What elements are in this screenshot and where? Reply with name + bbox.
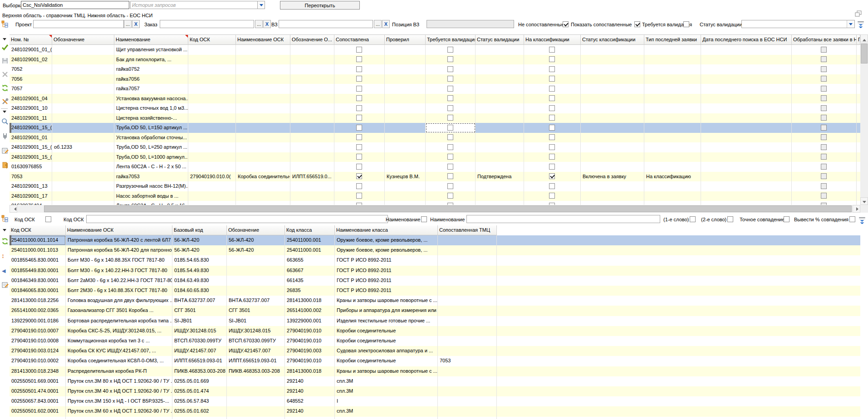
- cell[interactable]: [227, 376, 285, 386]
- table-row[interactable]: 2481029001_15_(об.1233Труба,OD 50, L=250…: [10, 142, 860, 152]
- cell[interactable]: I: [335, 417, 438, 419]
- cell[interactable]: [334, 84, 385, 94]
- column-header[interactable]: Базовый код: [172, 225, 227, 235]
- cell-checkbox[interactable]: [821, 164, 827, 170]
- cell-checkbox[interactable]: [447, 183, 453, 189]
- cell[interactable]: [524, 142, 581, 152]
- cell[interactable]: 648552: [285, 396, 335, 406]
- cell[interactable]: [857, 123, 860, 133]
- cell[interactable]: [524, 133, 581, 143]
- cell-checkbox[interactable]: [549, 183, 555, 189]
- column-header[interactable]: Проверил: [385, 35, 426, 45]
- cell[interactable]: [581, 94, 644, 104]
- cell[interactable]: [476, 142, 524, 152]
- cell-checkbox[interactable]: [549, 95, 555, 101]
- cell[interactable]: [334, 113, 385, 123]
- table-row[interactable]: 2481029001_15_(Труба,OD 50, L=150 артику…: [10, 123, 860, 133]
- cell[interactable]: 648552: [285, 417, 335, 419]
- cell[interactable]: [581, 55, 644, 65]
- cell[interactable]: [644, 103, 701, 113]
- cell[interactable]: [476, 84, 524, 94]
- not-matched-checkbox[interactable]: [563, 21, 569, 27]
- cell[interactable]: [334, 162, 385, 172]
- cell[interactable]: [52, 84, 114, 94]
- cell[interactable]: 0255.06.57.857: [172, 417, 227, 419]
- cell[interactable]: [385, 123, 426, 133]
- cell[interactable]: [701, 123, 792, 133]
- cell[interactable]: [524, 94, 581, 104]
- upper-vertical-scrollbar[interactable]: [860, 34, 868, 205]
- cell[interactable]: спл.3М: [335, 386, 438, 396]
- table-row[interactable]: 254011000.001.1013Патронная коробка 56-Ж…: [10, 245, 860, 255]
- cell[interactable]: 279040190.010.0(: [188, 172, 236, 182]
- edit-pencil-icon[interactable]: [1, 147, 9, 154]
- cell[interactable]: [524, 181, 581, 191]
- cell[interactable]: 265141000.002: [285, 306, 335, 316]
- cell[interactable]: [524, 103, 581, 113]
- cell[interactable]: Кузнецов В.М.: [385, 172, 426, 182]
- cell[interactable]: [426, 84, 476, 94]
- cell[interactable]: [701, 181, 792, 191]
- cell[interactable]: [188, 123, 236, 133]
- column-header[interactable]: Код ОСК: [188, 35, 236, 45]
- cell-checkbox[interactable]: [549, 66, 555, 72]
- kod-osk-checkbox[interactable]: [45, 216, 51, 222]
- cell[interactable]: [792, 94, 857, 104]
- cell[interactable]: [290, 55, 334, 65]
- cell-checkbox[interactable]: [447, 144, 453, 150]
- cell[interactable]: Щит управления установкой ...: [114, 45, 188, 55]
- cell[interactable]: [581, 74, 644, 84]
- cell[interactable]: 2481029001_01: [10, 133, 52, 143]
- history-dropdown-button[interactable]: [257, 1, 265, 9]
- cell-checkbox[interactable]: [821, 86, 827, 92]
- scrollbar-thumb[interactable]: [44, 205, 852, 212]
- cell[interactable]: [334, 133, 385, 143]
- cell[interactable]: [52, 152, 114, 162]
- cell[interactable]: Болт 2аМ30 - 6g х 140.22.НН-3 ГОСТ 7817-…: [66, 276, 172, 286]
- cell[interactable]: [227, 286, 285, 296]
- cell[interactable]: [792, 103, 857, 113]
- cell[interactable]: [438, 306, 497, 316]
- cell[interactable]: Патронная коробка 56-ЖЛ-420 с лентой 6Л7: [66, 235, 172, 245]
- cell[interactable]: 0255.05.01.669: [172, 376, 227, 386]
- cell[interactable]: Установка вакуумная насосна...: [114, 94, 188, 104]
- table-row[interactable]: 2481029001_13Разгрузочный насос ВН-12(М)…: [10, 181, 860, 191]
- cell[interactable]: [857, 142, 860, 152]
- cell[interactable]: [438, 266, 497, 276]
- cell[interactable]: [581, 84, 644, 94]
- cell[interactable]: [524, 64, 581, 74]
- column-header[interactable]: Обработаны все заявки в НСИ: [792, 35, 857, 45]
- cell[interactable]: Коробка соединительн...: [236, 172, 290, 182]
- cell[interactable]: [334, 123, 385, 133]
- cell[interactable]: [426, 191, 476, 201]
- cell[interactable]: [426, 181, 476, 191]
- cell[interactable]: Коробки соединительные: [335, 336, 438, 346]
- search-magnifier-icon[interactable]: [1, 118, 9, 125]
- cell[interactable]: [334, 142, 385, 152]
- cell[interactable]: ИШДУ.421457.007: [227, 346, 285, 356]
- cell[interactable]: [792, 113, 857, 123]
- cell[interactable]: [476, 94, 524, 104]
- table-row[interactable]: 281413000.018.2256Головка воздушная для …: [10, 296, 860, 306]
- table-row[interactable]: 139229000.001.0186Бортовая распределител…: [10, 316, 860, 326]
- cell[interactable]: 2481029001_01_(: [10, 45, 52, 55]
- selection-input[interactable]: [21, 1, 129, 9]
- cell[interactable]: [792, 64, 857, 74]
- table-row[interactable]: 7053гайка7053279040190.010.0(Коробка сое…: [10, 172, 860, 182]
- cell[interactable]: [52, 64, 114, 74]
- cell[interactable]: [385, 84, 426, 94]
- cell[interactable]: [581, 142, 644, 152]
- cell[interactable]: [426, 162, 476, 172]
- cell[interactable]: [385, 191, 426, 201]
- exit-door-icon[interactable]: [1, 161, 9, 169]
- cell[interactable]: ВНТА.632737.007: [172, 296, 227, 306]
- cell-checkbox[interactable]: [356, 134, 362, 140]
- cell[interactable]: [188, 142, 236, 152]
- cell[interactable]: [857, 84, 860, 94]
- cell[interactable]: 279040190.010.0002: [10, 356, 66, 366]
- table-row[interactable]: 002550657.857.0001Пруток спл.3М 140 х НД…: [10, 417, 860, 419]
- cell[interactable]: [385, 94, 426, 104]
- cell[interactable]: [581, 181, 644, 191]
- cell-checkbox[interactable]: [821, 47, 827, 53]
- cell[interactable]: [52, 191, 114, 201]
